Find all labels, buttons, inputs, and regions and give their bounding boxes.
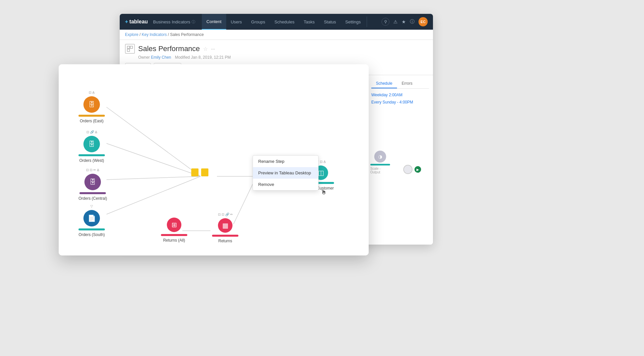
context-rename[interactable]: Rename Step (253, 156, 318, 167)
breadcrumb-sep1: / (138, 32, 142, 37)
central-bar (79, 192, 106, 194)
star-icon[interactable]: ★ (402, 19, 406, 24)
navbar-right: ⚲ ⚠ ★ ⓘ EC (382, 17, 428, 26)
central-label: Orders (Central) (78, 196, 107, 201)
south-bar (78, 228, 105, 230)
east-icons: ⊡A̤ (89, 91, 95, 94)
svg-rect-2 (127, 49, 130, 51)
south-icons: ▽ (90, 204, 93, 208)
returns-icons: ⊡⊡🔗✏ (218, 213, 233, 216)
returns-all-circle: ⊞ (167, 218, 181, 232)
svg-rect-0 (127, 46, 130, 48)
bg-circle-3: ▶ (414, 166, 421, 173)
page-meta: Owner Emily Chen Modified Jan 8, 2019, 1… (138, 55, 428, 60)
schedule-item-1[interactable]: Weekday 2:00AM (371, 93, 429, 97)
node-returns[interactable]: ⊡⊡🔗✏ ▦ Returns (212, 213, 238, 243)
breadcrumb: Explore / Key Indicators / Sales Perform… (120, 30, 433, 40)
nav-tabs: Content Users Groups Schedules Tasks Sta… (202, 14, 368, 30)
tab-schedules[interactable]: Schedules (270, 14, 299, 30)
west-icons: ⊡🔗A̤ (86, 130, 97, 134)
context-menu: Rename Step Preview in Tableau Desktop R… (253, 155, 319, 191)
tab-users[interactable]: Users (226, 14, 247, 30)
node-orders-east[interactable]: ⊡A̤ 🗄 Orders (East) (78, 91, 105, 123)
west-bar (78, 154, 105, 156)
tab-status[interactable]: Status (319, 14, 341, 30)
west-label: Orders (West) (79, 158, 104, 163)
east-label: Orders (East) (80, 119, 104, 123)
context-preview[interactable]: Preview in Tableau Desktop (253, 167, 318, 179)
page-title: Sales Performance (138, 44, 200, 53)
errors-tab[interactable]: Errors (397, 79, 417, 88)
user-avatar[interactable]: EC (418, 17, 428, 26)
returns-label: Returns (218, 239, 232, 243)
union-node-inner (191, 166, 209, 179)
svg-line-4 (107, 143, 200, 176)
bg-circle-2 (403, 165, 413, 174)
modified-text: Modified Jan 8, 2019, 12:21 PM (175, 55, 230, 60)
bg-label-1: Scale - Output (370, 167, 390, 174)
alert-icon[interactable]: ⚠ (393, 19, 398, 24)
tab-groups[interactable]: Groups (247, 14, 270, 30)
svg-rect-1 (130, 46, 133, 48)
south-circle: 📄 (83, 210, 100, 226)
tab-content[interactable]: Content (202, 14, 226, 30)
bg-circle-1: ◑ (374, 151, 386, 163)
flow-window: ⊡A̤ 🗄 Orders (East) ⊡🔗A̤ 🗄 Orders (West)… (59, 64, 369, 255)
node-orders-south[interactable]: ▽ 📄 Orders (South) (78, 204, 105, 237)
workbook-svg (127, 46, 133, 52)
svg-rect-11 (191, 168, 199, 176)
search-icon[interactable]: ⚲ (382, 18, 389, 26)
central-circle: 🗄 (84, 174, 101, 190)
owner-label: Owner (138, 55, 151, 60)
context-remove[interactable]: Remove (253, 179, 318, 190)
info-icon-nav[interactable]: ⓘ (410, 19, 414, 25)
breadcrumb-sep2: / (167, 32, 170, 37)
schedule-tab[interactable]: Schedule (371, 79, 397, 88)
more-options-icon[interactable]: ··· (211, 46, 215, 51)
workbook-icon (125, 44, 135, 54)
south-label: Orders (South) (78, 232, 105, 237)
node-orders-central[interactable]: ⊡⊡✏A̤ 🗄 Orders (Central) (78, 168, 107, 201)
breadcrumb-current: Sales Performance (170, 32, 204, 37)
svg-line-3 (107, 107, 200, 176)
central-icons: ⊡⊡✏A̤ (86, 168, 99, 172)
svg-line-6 (107, 176, 200, 214)
returns-circle: ▦ (218, 218, 232, 233)
svg-line-5 (107, 176, 200, 180)
navbar: +tableau Business Indicators ⓘ Content U… (120, 14, 433, 30)
breadcrumb-explore[interactable]: Explore (125, 32, 138, 37)
returns-all-bar (161, 234, 187, 236)
bg-bar-1 (370, 164, 390, 165)
logo-plus: + (125, 19, 128, 25)
returns-all-label: Returns (All) (163, 238, 185, 243)
tableau-logo: +tableau (125, 19, 148, 25)
bg-node-right: ▶ (403, 165, 421, 174)
west-circle: 🗄 (83, 136, 100, 152)
schedule-item-2[interactable]: Every Sunday - 4:00PM (371, 100, 429, 104)
favorite-star[interactable]: ☆ (203, 46, 208, 52)
flow-canvas: ⊡A̤ 🗄 Orders (East) ⊡🔗A̤ 🗄 Orders (West)… (59, 64, 369, 255)
tab-settings[interactable]: Settings (341, 14, 365, 30)
info-icon: ⓘ (192, 19, 195, 24)
east-circle: 🗄 (83, 96, 100, 113)
side-panel-tabs: Schedule Errors (371, 79, 429, 89)
east-bar (78, 115, 105, 117)
union-icon-svg (191, 166, 209, 179)
tab-tasks[interactable]: Tasks (299, 14, 319, 30)
svg-rect-12 (201, 168, 208, 176)
union-join-node[interactable] (191, 166, 209, 179)
breadcrumb-key-indicators[interactable]: Key Indicators (142, 32, 167, 37)
node-orders-west[interactable]: ⊡🔗A̤ 🗄 Orders (West) (78, 130, 105, 163)
returns-bar (212, 235, 238, 237)
site-name[interactable]: Business Indicators (153, 19, 190, 24)
bg-node-left: ◑ Scale - Output (370, 151, 390, 174)
node-returns-all[interactable]: ⊞ Returns (All) (161, 218, 187, 243)
title-row: Sales Performance ☆ ··· (125, 44, 428, 54)
owner-name[interactable]: Emily Chen (151, 55, 171, 60)
